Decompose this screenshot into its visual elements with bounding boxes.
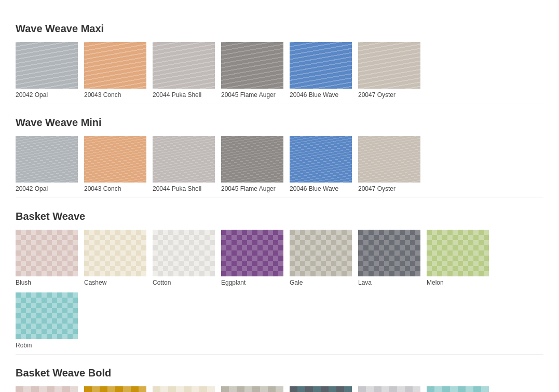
swatch-box xyxy=(16,136,78,183)
swatch-box xyxy=(16,42,78,89)
section-wave-weave-mini: Wave Weave Mini20042 Opal20043 Conch2004… xyxy=(16,117,543,198)
swatch-box xyxy=(153,386,215,392)
swatch-box xyxy=(290,386,352,392)
swatch-box xyxy=(290,230,352,276)
section-basket-weave: Basket WeaveBlushCashewCottonEggplantGal… xyxy=(16,211,543,355)
swatch-label: Melon xyxy=(427,279,489,286)
swatch-label: Cotton xyxy=(153,279,215,286)
swatch-item[interactable]: Mist xyxy=(358,386,420,392)
section-divider xyxy=(16,354,543,355)
swatch-row-basket-weave-bold: BlushButternutCashewGaleLavaMistRobin xyxy=(16,386,543,392)
swatch-item[interactable]: 20045 Flame Auger xyxy=(221,42,283,99)
swatch-item[interactable]: 20047 Oyster xyxy=(358,42,420,99)
swatch-label: 20042 Opal xyxy=(16,185,78,192)
swatch-label: 20047 Oyster xyxy=(358,185,420,192)
swatch-box xyxy=(16,386,78,392)
swatch-label: Blush xyxy=(16,279,78,286)
swatch-box xyxy=(290,42,352,89)
swatch-item[interactable]: Gale xyxy=(290,230,352,286)
swatch-item[interactable]: 20044 Puka Shell xyxy=(153,136,215,192)
swatch-item[interactable]: 20047 Oyster xyxy=(358,136,420,192)
swatch-item[interactable]: Cashew xyxy=(84,230,146,286)
swatch-box xyxy=(358,386,420,392)
swatch-label: 20043 Conch xyxy=(84,185,146,192)
swatch-label: 20045 Flame Auger xyxy=(221,185,283,192)
section-title-wave-weave-maxi: Wave Weave Maxi xyxy=(16,23,543,35)
swatch-item[interactable]: 20043 Conch xyxy=(84,136,146,192)
swatch-item[interactable]: Lava xyxy=(358,230,420,286)
swatch-label: 20046 Blue Wave xyxy=(290,91,352,99)
swatch-item[interactable]: 20042 Opal xyxy=(16,136,78,192)
section-basket-weave-bold: Basket Weave BoldBlushButternutCashewGal… xyxy=(16,367,543,392)
swatch-item[interactable]: Gale xyxy=(221,386,283,392)
swatch-box xyxy=(427,230,489,276)
swatch-box xyxy=(153,136,215,183)
swatch-box xyxy=(153,42,215,89)
swatch-box xyxy=(221,136,283,183)
swatch-item[interactable]: Cotton xyxy=(153,230,215,286)
swatch-label: 20042 Opal xyxy=(16,91,78,99)
swatch-item[interactable]: 20042 Opal xyxy=(16,42,78,99)
swatch-box xyxy=(84,136,146,183)
swatch-box xyxy=(358,136,420,183)
swatch-item[interactable]: Melon xyxy=(427,230,489,286)
swatch-box xyxy=(358,230,420,276)
swatch-label: 20046 Blue Wave xyxy=(290,185,352,192)
swatch-item[interactable]: Cashew xyxy=(153,386,215,392)
swatch-box xyxy=(84,42,146,89)
section-title-wave-weave-mini: Wave Weave Mini xyxy=(16,117,543,129)
swatch-box xyxy=(153,230,215,276)
swatch-row-wave-weave-mini: 20042 Opal20043 Conch20044 Puka Shell200… xyxy=(16,136,543,192)
swatch-row-basket-weave: BlushCashewCottonEggplantGaleLavaMelonRo… xyxy=(16,230,543,349)
swatch-item[interactable]: 20046 Blue Wave xyxy=(290,42,352,99)
section-title-basket-weave: Basket Weave xyxy=(16,211,543,222)
swatch-item[interactable]: 20043 Conch xyxy=(84,42,146,99)
swatch-item[interactable]: Butternut xyxy=(84,386,146,392)
swatch-label: Cashew xyxy=(84,279,146,286)
swatch-box xyxy=(16,292,78,339)
section-divider xyxy=(16,198,543,198)
swatch-label: 20044 Puka Shell xyxy=(153,91,215,99)
swatch-label: Lava xyxy=(358,279,420,286)
swatch-box xyxy=(290,136,352,183)
swatch-item[interactable]: 20046 Blue Wave xyxy=(290,136,352,192)
swatch-item[interactable]: Blush xyxy=(16,386,78,392)
swatch-item[interactable]: Blush xyxy=(16,230,78,286)
swatch-box xyxy=(84,230,146,276)
swatch-box xyxy=(427,386,489,392)
swatch-item[interactable]: 20045 Flame Auger xyxy=(221,136,283,192)
swatch-box xyxy=(221,230,283,276)
swatch-box xyxy=(221,42,283,89)
swatch-label: 20043 Conch xyxy=(84,91,146,99)
swatch-item[interactable]: 20044 Puka Shell xyxy=(153,42,215,99)
swatch-label: 20044 Puka Shell xyxy=(153,185,215,192)
swatch-item[interactable]: Eggplant xyxy=(221,230,283,286)
swatch-box xyxy=(84,386,146,392)
section-divider xyxy=(16,104,543,104)
swatch-label: 20047 Oyster xyxy=(358,91,420,99)
swatch-box xyxy=(358,42,420,89)
swatch-item[interactable]: Robin xyxy=(16,292,78,349)
swatch-label: Robin xyxy=(16,342,78,349)
section-wave-weave-maxi: Wave Weave Maxi20042 Opal20043 Conch2004… xyxy=(16,23,543,104)
swatch-item[interactable]: Robin xyxy=(427,386,489,392)
swatch-item[interactable]: Lava xyxy=(290,386,352,392)
swatch-label: 20045 Flame Auger xyxy=(221,91,283,99)
swatch-label: Eggplant xyxy=(221,279,283,286)
swatch-box xyxy=(221,386,283,392)
section-title-basket-weave-bold: Basket Weave Bold xyxy=(16,367,543,379)
page-content: Wave Weave Maxi20042 Opal20043 Conch2004… xyxy=(16,23,543,392)
swatch-box xyxy=(16,230,78,276)
swatch-row-wave-weave-maxi: 20042 Opal20043 Conch20044 Puka Shell200… xyxy=(16,42,543,99)
swatch-label: Gale xyxy=(290,279,352,286)
